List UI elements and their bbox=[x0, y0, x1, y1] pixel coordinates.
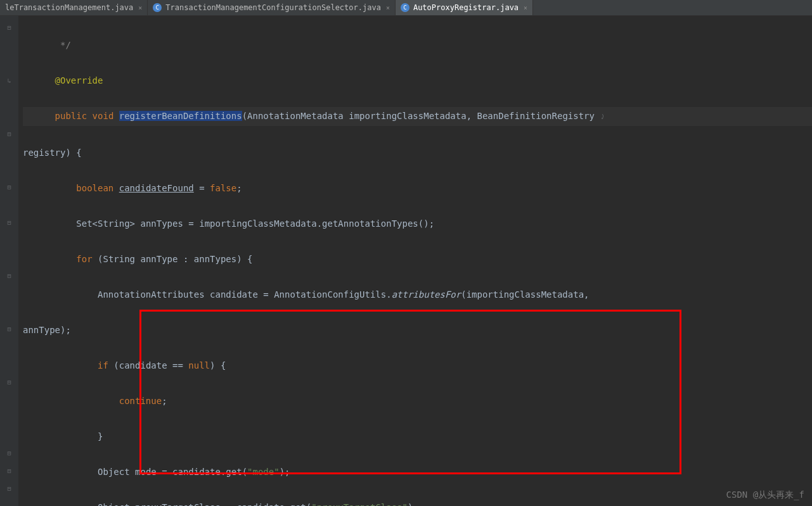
tab-label: leTransactionManagement.java bbox=[5, 3, 133, 12]
code-line: AnnotationAttributes candidate = Annotat… bbox=[23, 286, 812, 303]
fold-icon[interactable] bbox=[0, 196, 18, 213]
fold-icon[interactable]: ⊟ bbox=[0, 444, 18, 462]
fold-icon[interactable] bbox=[0, 231, 18, 249]
fold-icon[interactable] bbox=[0, 54, 18, 72]
code-line: boolean candidateFound = false; bbox=[23, 179, 812, 197]
tab-file-3[interactable]: C AutoProxyRegistrar.java × bbox=[396, 0, 533, 15]
fold-icon[interactable] bbox=[0, 249, 18, 267]
fold-icon[interactable]: ⊟ bbox=[0, 178, 18, 196]
fold-icon[interactable] bbox=[0, 107, 18, 125]
method-name: registerBeanDefinitions bbox=[119, 111, 242, 121]
fold-icon[interactable]: ⊟ bbox=[0, 18, 18, 36]
fold-icon[interactable] bbox=[0, 391, 18, 408]
fold-icon[interactable] bbox=[0, 426, 18, 444]
fold-icon[interactable] bbox=[0, 355, 18, 373]
close-icon[interactable]: × bbox=[138, 4, 142, 11]
fold-icon[interactable]: ⊟ bbox=[0, 125, 18, 142]
tab-file-1[interactable]: leTransactionManagement.java × bbox=[0, 0, 148, 15]
code-line: } bbox=[23, 427, 812, 445]
code-line: if (candidate == null) { bbox=[23, 357, 812, 374]
fold-icon[interactable]: ⊟ bbox=[0, 479, 18, 497]
fold-icon[interactable]: ⊟ bbox=[0, 320, 18, 338]
fold-icon[interactable] bbox=[0, 338, 18, 355]
tab-label: TransactionManagementConfigurationSelect… bbox=[165, 3, 381, 12]
fold-icon[interactable]: ⊟ bbox=[0, 267, 18, 284]
code-line: public void registerBeanDefinitions(Anno… bbox=[23, 107, 812, 126]
code-line: @Override bbox=[23, 72, 812, 89]
gutter: ⊟ ↳ ⊟ ⊟ ⊟ ⊟ ⊟ ⊟ ⊟ ⊟ ⊟ bbox=[0, 16, 19, 506]
class-icon: C bbox=[401, 3, 409, 12]
code-line: */ bbox=[23, 36, 812, 54]
close-icon[interactable]: × bbox=[524, 4, 527, 11]
fold-icon[interactable] bbox=[0, 302, 18, 320]
class-icon: C bbox=[153, 3, 162, 12]
fold-icon[interactable]: ↳ bbox=[0, 72, 18, 89]
fold-icon[interactable]: ⊟ bbox=[0, 462, 18, 479]
code-line: continue; bbox=[23, 392, 812, 410]
editor-area: ⊟ ↳ ⊟ ⊟ ⊟ ⊟ ⊟ ⊟ ⊟ ⊟ ⊟ */ @Override publi… bbox=[0, 16, 812, 506]
watermark: CSDN @从头再来_f bbox=[726, 490, 804, 501]
code-line: registry) { bbox=[23, 144, 812, 161]
fold-icon[interactable] bbox=[0, 284, 18, 302]
fold-icon[interactable]: ⊟ bbox=[0, 213, 18, 231]
tab-label: AutoProxyRegistrar.java bbox=[413, 3, 519, 12]
fold-icon[interactable] bbox=[0, 142, 18, 160]
fold-icon[interactable] bbox=[0, 89, 18, 107]
code-line: Object mode = candidate.get("mode"); bbox=[23, 463, 812, 481]
close-icon[interactable]: × bbox=[386, 4, 390, 11]
editor-tabs: leTransactionManagement.java × C Transac… bbox=[0, 0, 812, 16]
fold-icon[interactable] bbox=[0, 408, 18, 426]
tab-file-2[interactable]: C TransactionManagementConfigurationSele… bbox=[148, 0, 396, 15]
code-line: Object proxyTargetClass = candidate.get(… bbox=[23, 498, 812, 506]
code-line: Set<String> annTypes = importingClassMet… bbox=[23, 215, 812, 232]
fold-icon[interactable] bbox=[0, 36, 18, 54]
code-line: annType); bbox=[23, 321, 812, 339]
code-line: for (String annType : annTypes) { bbox=[23, 250, 812, 268]
fold-icon[interactable] bbox=[0, 160, 18, 178]
code-content[interactable]: */ @Override public void registerBeanDef… bbox=[19, 16, 812, 506]
fold-icon[interactable]: ⊟ bbox=[0, 373, 18, 391]
